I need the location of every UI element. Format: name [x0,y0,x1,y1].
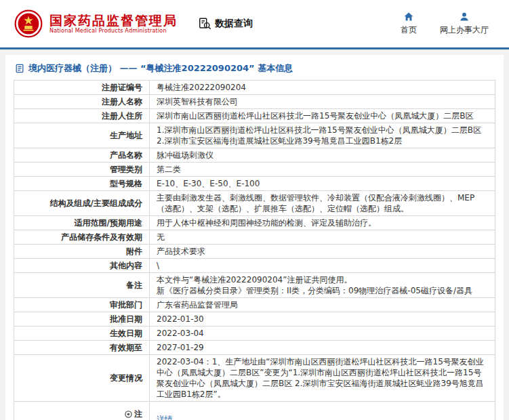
table-row: 审批部门广东省药品监督管理局 [14,298,495,312]
row-label: 产品名称 [14,148,150,163]
row-label: 型号规格 [14,177,150,191]
table-row: 备注本文件与“粤械注准20222090204”注册证共同使用。 新《医疗器械分类… [14,273,495,298]
row-label: 有效期至 [14,341,150,355]
person-icon [459,12,470,22]
row-label: 管理类别 [14,163,150,177]
detail-link[interactable]: 详情 [157,415,173,420]
row-label: 注 [14,402,150,420]
row-value: 深圳英智科技有限公司 [150,95,495,109]
row-label: 注册证编号 [14,81,150,95]
row-value: 1.深圳市南山区西丽街道松坪山社区科技北一路15号聚友创业中心（凤凰城大厦）二层… [150,123,495,148]
row-value: E-10、E-30、E-50、E-100 [150,177,495,191]
row-label: 生效日期 [14,327,150,341]
site-subtitle: National Medical Products Administration [49,28,178,34]
site-title: 国家药品监督管理局 [49,14,178,28]
row-value: 深圳市南山区西丽街道松坪山社区科技北一路15号聚友创业中心（凤凰城大厦）二层B区 [150,109,495,123]
row-value: 粤械注准20222090204 [150,81,495,95]
note-icon [125,411,132,418]
row-value: \ [150,259,495,273]
nav-service-hall-label: 网上办事大厅 [440,24,489,36]
table-row: 适用范围/预期用途用于人体中枢神经和周围神经功能的检测、评定及辅助治疗。 [14,216,495,230]
row-label: 审批部门 [14,298,150,312]
table-row: 有效期至2027-01-29 [14,341,495,355]
header: 国家药品监督管理局 National Medical Products Admi… [0,0,509,47]
main-content: 境内医疗器械（注册） —— “粤械注准20222090204” 基本信息 注册证… [0,49,509,420]
row-label: 变更情况 [14,355,150,402]
row-value: 本文件与“粤械注准20222090204”注册证共同使用。 新《医疗器械分类目录… [150,273,495,298]
row-label: 附件 [14,245,150,259]
nav-home[interactable]: 首页 [401,12,417,36]
row-value: 2022-03-04 [150,327,495,341]
table-row: 批准日期2022-01-30 [14,312,495,327]
table-row: 生产地址1.深圳市南山区西丽街道松坪山社区科技北一路15号聚友创业中心（凤凰城大… [14,123,495,148]
row-value: 脉冲磁场刺激仪 [150,148,495,163]
row-value: 无 [150,230,495,245]
brand-text: 国家药品监督管理局 National Medical Products Admi… [49,14,178,35]
row-label: 批准日期 [14,312,150,327]
table-row: 产品储存条件及有效期无 [14,230,495,245]
table-row: 结构及组成/主要组成成分主要由刺激发生器、刺激线圈、数据管理软件、冷却装置（仅配… [14,191,495,216]
nav-service-hall[interactable]: 网上办事大厅 [440,12,489,36]
table-row: 附件产品技术要求 [14,245,495,259]
table-row: 注册人名称深圳英智科技有限公司 [14,95,495,109]
brand-logo[interactable]: 国家药品监督管理局 National Medical Products Admi… [14,9,178,39]
page-title-text: 境内医疗器械（注册） —— “粤械注准20222090204” 基本信息 [28,62,293,75]
registration-info-table: 注册证编号粤械注准20222090204 注册人名称深圳英智科技有限公司 注册人… [14,80,495,420]
row-label: 注册人名称 [14,95,150,109]
page-title: 境内医疗器械（注册） —— “粤械注准20222090204” 基本信息 [14,60,495,80]
table-row: 型号规格E-10、E-30、E-50、E-100 [14,177,495,191]
note-label: 注 [134,409,142,419]
row-label: 备注 [14,273,150,298]
row-label: 产品储存条件及有效期 [14,230,150,245]
document-icon [15,64,24,73]
data-query-label: 数据查询 [215,18,253,30]
data-query-icon [198,17,211,30]
row-label: 生产地址 [14,123,150,148]
row-label: 注册人住所 [14,109,150,123]
table-row: 管理类别第二类 [14,163,495,177]
row-value: 详情 [150,402,495,420]
row-value: 2022-01-30 [150,312,495,327]
table-row: 其他内容\ [14,259,495,273]
top-nav: 首页 网上办事大厅 [401,12,500,36]
row-label: 适用范围/预期用途 [14,216,150,230]
table-row: 生效日期2022-03-04 [14,327,495,341]
row-value: 第二类 [150,163,495,177]
national-emblem-icon [14,9,43,39]
row-value: 2022-03-04：1、生产地址由“深圳市南山区西丽街道松坪山社区科技北一路1… [150,355,495,402]
data-query-button[interactable]: 数据查询 [198,17,253,30]
table-row: 产品名称脉冲磁场刺激仪 [14,148,495,163]
row-value: 2027-01-29 [150,341,495,355]
row-value: 广东省药品监督管理局 [150,298,495,312]
row-value: 用于人体中枢神经和周围神经功能的检测、评定及辅助治疗。 [150,216,495,230]
info-card: 境内医疗器械（注册） —— “粤械注准20222090204” 基本信息 注册证… [5,55,504,420]
table-row: 注册人住所深圳市南山区西丽街道松坪山社区科技北一路15号聚友创业中心（凤凰城大厦… [14,109,495,123]
row-value: 产品技术要求 [150,245,495,259]
row-label: 结构及组成/主要组成成分 [14,191,150,216]
table-row: 注册证编号粤械注准20222090204 [14,81,495,95]
row-value: 主要由刺激发生器、刺激线圈、数据管理软件、冷却装置（仅配合液冷刺激线圈）、MEP… [150,191,495,216]
nav-home-label: 首页 [401,24,417,36]
table-row-note: 注 详情 [14,402,495,420]
table-row: 变更情况2022-03-04：1、生产地址由“深圳市南山区西丽街道松坪山社区科技… [14,355,495,402]
home-icon [403,12,414,22]
row-label: 其他内容 [14,259,150,273]
